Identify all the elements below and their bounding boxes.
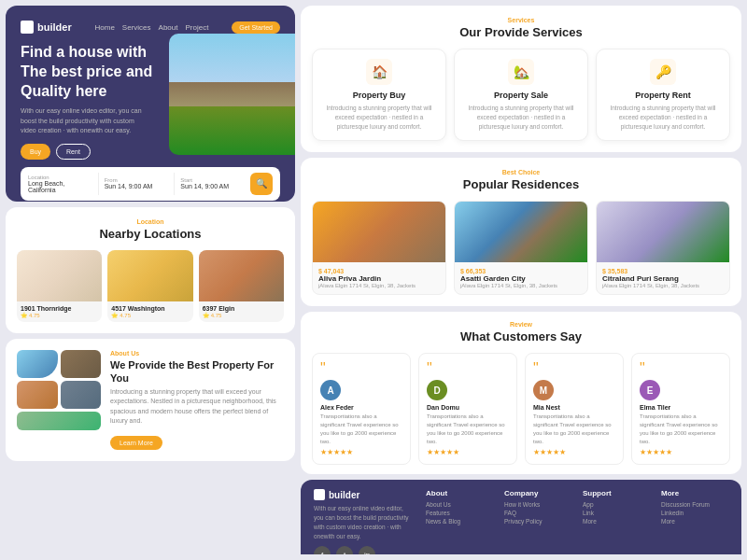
popular-cards: $ 47,043 Aliva Priva Jardin jAlava Elgin…: [312, 201, 730, 295]
best-property-title: We Provide the Best Property For You: [110, 358, 284, 385]
service-card-sale[interactable]: 🏡 Property Sale Introducing a stunning p…: [454, 49, 588, 141]
sale-icon: 🏡: [508, 59, 534, 85]
hero-subtitle: With our easy online video editor, you c…: [21, 106, 151, 136]
pop-price-1: $ 47,043: [318, 268, 440, 274]
search-divider: [98, 173, 99, 195]
pop-card-body-2: $ 66,353 Asatti Garden City jAlava Elgin…: [455, 262, 587, 294]
search-button[interactable]: 🔍: [250, 173, 273, 195]
footer-more-link-1[interactable]: Discussion Forum: [661, 501, 728, 508]
testimonials-tag: Review: [312, 321, 730, 328]
nearby-card-2[interactable]: 4517 Washington ⭐ 4.75: [107, 250, 192, 322]
footer-col-support: Support App Link More: [583, 489, 650, 526]
testimonials-section: Review What Customers Say " A Alex Feder…: [301, 312, 741, 474]
services-cards: 🏠 Property Buy Introducing a stunning pr…: [312, 49, 730, 141]
nearby-rating-2: ⭐ 4.75: [111, 312, 189, 318]
rent-button[interactable]: Rent: [56, 144, 91, 160]
footer-about-link-2[interactable]: Features: [426, 510, 493, 516]
pop-name-1: Aliva Priva Jardin: [318, 274, 440, 283]
nearby-img-1: [17, 250, 102, 301]
testi-stars-1: ★★★★★: [320, 448, 402, 456]
logo-icon: [21, 21, 34, 34]
pop-location-2: jAlava Elgin 1714 St, Elgin, 38, Jackets: [460, 283, 582, 288]
popular-section: Best Choice Popular Residences $ 47,043 …: [301, 158, 741, 306]
best-property-content: About Us We Provide the Best Property Fo…: [110, 350, 284, 450]
testi-name-3: Mia Nest: [533, 404, 615, 411]
nav-home[interactable]: Home: [95, 23, 115, 32]
footer-more-link-3[interactable]: More: [661, 518, 728, 525]
nearby-name-1: 1901 Thornridge: [21, 305, 98, 312]
nearby-card-3[interactable]: 6397 Elgin ⭐ 4.75: [199, 250, 284, 322]
testi-card-1: " A Alex Feder Transportiations also a s…: [312, 353, 411, 465]
footer-support-link-1[interactable]: App: [583, 501, 650, 508]
testi-card-3: " M Mia Nest Transportiations also a sig…: [525, 353, 624, 465]
footer-about-link-1[interactable]: About Us: [426, 501, 493, 508]
best-property-text1: Introducing a stunning property that wil…: [110, 387, 284, 427]
service-sale-text: Introducing a stunning property that wil…: [462, 104, 580, 131]
nearby-name-2: 4517 Washington: [111, 305, 189, 312]
bp-img-5: [17, 412, 101, 430]
twitter-icon[interactable]: t: [336, 546, 353, 554]
instagram-icon[interactable]: in: [359, 546, 375, 554]
testi-name-1: Alex Feder: [320, 404, 402, 411]
to-field[interactable]: Start Sun 14, 9:00 AM: [180, 177, 245, 189]
footer-section: builder With our easy online video edito…: [301, 480, 741, 554]
location-field[interactable]: Location Long Beach, California: [28, 175, 92, 193]
service-buy-title: Property Buy: [320, 91, 438, 100]
footer-company-link-2[interactable]: FAQ: [504, 510, 571, 516]
footer-company-link-1[interactable]: How it Works: [504, 501, 571, 508]
footer-support-link-3[interactable]: More: [583, 518, 650, 525]
pop-card-3[interactable]: $ 35,583 Citraland Puri Serang jAlava El…: [596, 201, 730, 295]
from-field[interactable]: From Sun 14, 9:00 AM: [105, 177, 169, 189]
services-title: Our Provide Services: [312, 25, 730, 39]
service-card-rent[interactable]: 🔑 Property Rent Introducing a stunning p…: [596, 49, 730, 141]
nearby-img-2: [107, 250, 192, 301]
to-value: Sun 14, 9:00 AM: [180, 183, 245, 189]
nearby-card-1[interactable]: 1901 Thornridge ⭐ 4.75: [17, 250, 102, 322]
nearby-cards: 1901 Thornridge ⭐ 4.75 4517 Washington ⭐…: [17, 250, 284, 322]
testi-name-4: Elma Tiler: [640, 404, 722, 411]
footer-brand-text: With our easy online video editor, you c…: [314, 504, 415, 540]
logo: builder: [21, 21, 72, 34]
pop-card-body-3: $ 35,583 Citraland Puri Serang jAlava El…: [597, 262, 729, 294]
footer-col-about: About About Us Features News & Blog: [426, 489, 493, 526]
footer-social: f t in: [314, 546, 415, 554]
pop-img-3: [597, 202, 729, 262]
service-buy-text: Introducing a stunning property that wil…: [320, 104, 438, 131]
testi-text-2: Transportiations also a significant Trav…: [427, 413, 509, 446]
facebook-icon[interactable]: f: [314, 546, 331, 554]
avatar-2: D: [427, 380, 447, 400]
avatar-4: E: [640, 380, 660, 400]
learn-more-button[interactable]: Learn More: [110, 436, 162, 450]
pop-price-3: $ 35,583: [602, 268, 724, 274]
services-tag: Services: [312, 17, 730, 23]
footer-about-link-3[interactable]: News & Blog: [426, 518, 493, 525]
search-divider-2: [174, 173, 175, 195]
get-started-button[interactable]: Get Started: [232, 21, 280, 34]
hero-content: Find a house with The best price and Qua…: [21, 43, 280, 160]
footer-company-link-3[interactable]: Privacy Policy: [504, 518, 571, 525]
nearby-tag: Location: [17, 218, 284, 225]
hero-title: Find a house with The best price and Qua…: [21, 43, 161, 101]
nav-links: Home Services About Project: [95, 23, 209, 32]
popular-title: Popular Residences: [312, 177, 730, 191]
nav-services[interactable]: Services: [122, 23, 151, 32]
nearby-rating-1: ⭐ 4.75: [21, 312, 98, 318]
nav-project[interactable]: Project: [185, 23, 208, 32]
footer-logo: builder: [314, 489, 415, 500]
nearby-section: Location Nearby Locations 1901 Thornridg…: [6, 207, 295, 333]
testi-card-4: " E Elma Tiler Transportiations also a s…: [631, 353, 730, 465]
pop-card-1[interactable]: $ 47,043 Aliva Priva Jardin jAlava Elgin…: [312, 201, 446, 295]
nearby-title: Nearby Locations: [17, 227, 284, 241]
service-card-buy[interactable]: 🏠 Property Buy Introducing a stunning pr…: [312, 49, 446, 141]
quote-icon-2: ": [427, 361, 509, 376]
services-section: Services Our Provide Services 🏠 Property…: [301, 6, 741, 152]
pop-card-2[interactable]: $ 66,353 Asatti Garden City jAlava Elgin…: [454, 201, 588, 295]
footer-brand: builder With our easy online video edito…: [314, 489, 415, 554]
footer-support-link-2[interactable]: Link: [583, 510, 650, 516]
quote-icon-1: ": [320, 361, 402, 376]
bp-img-4: [61, 381, 102, 409]
footer-more-link-2[interactable]: Linkedin: [661, 510, 728, 516]
nav-about[interactable]: About: [159, 23, 178, 32]
buy-button[interactable]: Buy: [21, 144, 50, 160]
best-property-images: [17, 350, 101, 430]
